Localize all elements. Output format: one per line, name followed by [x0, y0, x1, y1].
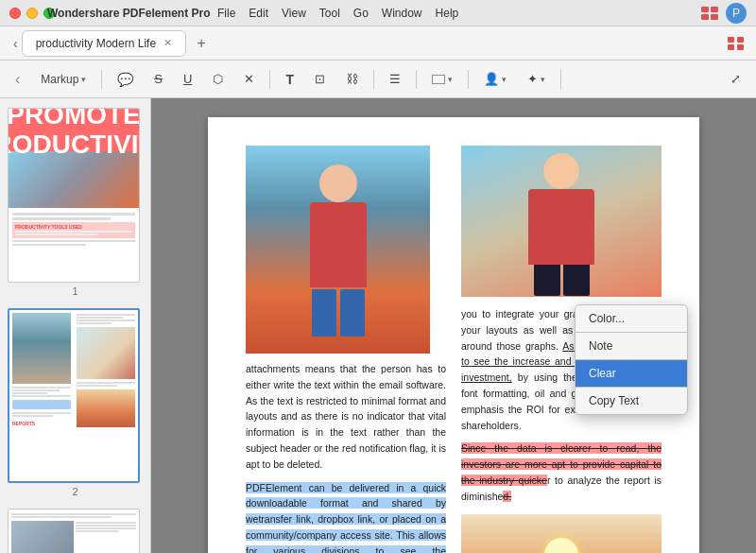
document-page: attachments means that the person has to…	[208, 117, 699, 553]
align-tool-button[interactable]: ☰	[382, 66, 408, 93]
document-tab[interactable]: productivity Modern Life ✕	[22, 30, 186, 57]
user-avatar[interactable]: P	[726, 3, 747, 24]
context-menu: Color... Note Clear Copy Text	[575, 304, 688, 415]
menu-edit[interactable]: Edit	[249, 7, 268, 20]
context-menu-color[interactable]: Color...	[576, 305, 687, 332]
left-para-highlight: PDFElement can be delivered in a quick d…	[246, 480, 446, 553]
stamp-tool-button[interactable]: ✦ ▾	[520, 66, 553, 93]
chevron-down-icon-3: ▾	[502, 75, 507, 84]
thumb-body-1: PRODUCTIVITY TOOLS USED	[9, 208, 139, 251]
markup-label: Markup	[41, 73, 78, 86]
title-bar-right: P	[701, 3, 747, 24]
menu-view[interactable]: View	[282, 7, 306, 20]
sidebar: PROMOTEPRODUCTIVITY PRODUCTIVITY TOOLS U…	[0, 98, 151, 553]
tab-label: productivity Modern Life	[36, 37, 156, 50]
right-top-image	[461, 146, 662, 297]
text-box-tool-button[interactable]: ⊡	[307, 66, 333, 93]
rect-icon	[432, 75, 445, 84]
eraser-icon: ⬡	[213, 72, 223, 86]
right-para-2: Since the data is clearer to read, the i…	[461, 441, 662, 504]
chevron-down-icon-4: ▾	[541, 75, 545, 84]
thumb-header-text-1: PROMOTEPRODUCTIVITY	[8, 108, 140, 159]
new-tab-button[interactable]: +	[190, 32, 213, 55]
link-tool-button[interactable]: ⛓	[338, 66, 366, 93]
text-icon: T	[285, 72, 294, 87]
user-icon: 👤	[484, 72, 499, 86]
markup-dropdown-button[interactable]: Markup ▾	[33, 66, 94, 93]
stamp-icon: ✦	[527, 72, 538, 86]
menu-window[interactable]: Window	[382, 7, 422, 20]
expand-tool-button[interactable]: ⤢	[723, 66, 748, 93]
minimize-button[interactable]	[26, 8, 38, 19]
tab-bar: ‹ productivity Modern Life ✕ +	[0, 26, 756, 60]
menu-tool[interactable]: Tool	[319, 7, 340, 20]
title-bar: Wondershare PDFelement Pro File Edit Vie…	[0, 0, 756, 26]
menu-go[interactable]: Go	[353, 7, 369, 20]
toolbar-separator-4	[416, 70, 417, 89]
underline-tool-button[interactable]: U	[176, 66, 199, 93]
chevron-down-icon-2: ▾	[448, 75, 453, 84]
tab-close-icon[interactable]: ✕	[163, 37, 172, 49]
clear-icon: ✕	[244, 72, 254, 86]
nav-back-button[interactable]: ‹	[8, 66, 27, 93]
page-thumbnail-1[interactable]: PROMOTEPRODUCTIVITY PRODUCTIVITY TOOLS U…	[8, 108, 143, 297]
text-box-icon: ⊡	[315, 72, 325, 86]
align-icon: ☰	[389, 72, 401, 86]
main-area: PROMOTEPRODUCTIVITY PRODUCTIVITY TOOLS U…	[0, 98, 756, 553]
menu-bar: File Edit View Tool Go Window Help	[217, 7, 458, 20]
expand-icon: ⤢	[730, 72, 741, 86]
highlighted-text-blue: PDFElement can be delivered in a quick d…	[246, 482, 446, 553]
person-image	[246, 146, 430, 354]
text-tool-button[interactable]: T	[278, 66, 301, 93]
right-text-strikethrough-2: d.	[503, 491, 511, 502]
thumb-block-1: PRODUCTIVITY TOOLS USED	[12, 222, 135, 238]
right-bottom-image	[461, 514, 662, 553]
underline-icon: U	[183, 72, 192, 86]
comment-tool-button[interactable]: 💬	[110, 66, 141, 93]
tabs-grid-icon[interactable]	[728, 37, 745, 50]
thumb-image-1	[9, 151, 139, 208]
grid-icon[interactable]	[701, 7, 718, 20]
left-para-1: attachments means that the person has to…	[246, 361, 446, 473]
app-title: Wondershare PDFelement Pro	[47, 7, 211, 20]
menu-file[interactable]: File	[217, 7, 235, 20]
thumb-label-2: 2	[8, 486, 143, 497]
user-tool-button[interactable]: 👤 ▾	[476, 66, 514, 93]
toolbar-separator-5	[468, 70, 469, 89]
thumb-page-1: PROMOTEPRODUCTIVITY PRODUCTIVITY TOOLS U…	[8, 108, 140, 283]
toolbar-separator-3	[373, 70, 374, 89]
page-thumbnail-3[interactable]: RESEARCH OF RESOURCES AND SITES 3	[8, 509, 143, 553]
chevron-down-icon: ▾	[81, 75, 86, 84]
thumb-page-3: RESEARCH OF RESOURCES AND SITES	[8, 509, 140, 553]
context-menu-note[interactable]: Note	[576, 333, 687, 359]
strikethrough-tool-button[interactable]: S	[146, 66, 170, 93]
toolbar-separator	[101, 70, 102, 89]
left-text: attachments means that the person has to…	[246, 361, 446, 553]
eraser-tool-button[interactable]: ⬡	[205, 66, 231, 93]
back-button[interactable]: ‹	[13, 36, 18, 51]
left-column: attachments means that the person has to…	[246, 146, 446, 553]
context-menu-clear[interactable]: Clear	[576, 360, 687, 387]
toolbar-separator-2	[269, 70, 270, 89]
thumb-header-1: PROMOTEPRODUCTIVITY	[9, 109, 139, 151]
strikethrough-icon: S	[154, 72, 163, 86]
thumb-red-text-1: PRODUCTIVITY TOOLS USED	[15, 224, 132, 230]
thumb-label-1: 1	[8, 285, 143, 297]
page-thumbnail-2[interactable]: REPORTS 2	[8, 308, 143, 497]
menu-help[interactable]: Help	[436, 7, 459, 20]
clear-tool-button[interactable]: ✕	[236, 66, 262, 93]
thumb-page-2: REPORTS	[8, 308, 140, 483]
close-button[interactable]	[9, 8, 21, 19]
toolbar-separator-6	[560, 70, 561, 89]
document-area[interactable]: attachments means that the person has to…	[151, 98, 756, 553]
context-menu-copy-text[interactable]: Copy Text	[576, 388, 687, 414]
shape-tool-button[interactable]: ▾	[424, 66, 460, 93]
comment-icon: 💬	[117, 72, 133, 87]
toolbar: ‹ Markup ▾ 💬 S U ⬡ ✕ T ⊡ ⛓ ☰	[0, 60, 756, 98]
link-icon: ⛓	[346, 72, 358, 86]
